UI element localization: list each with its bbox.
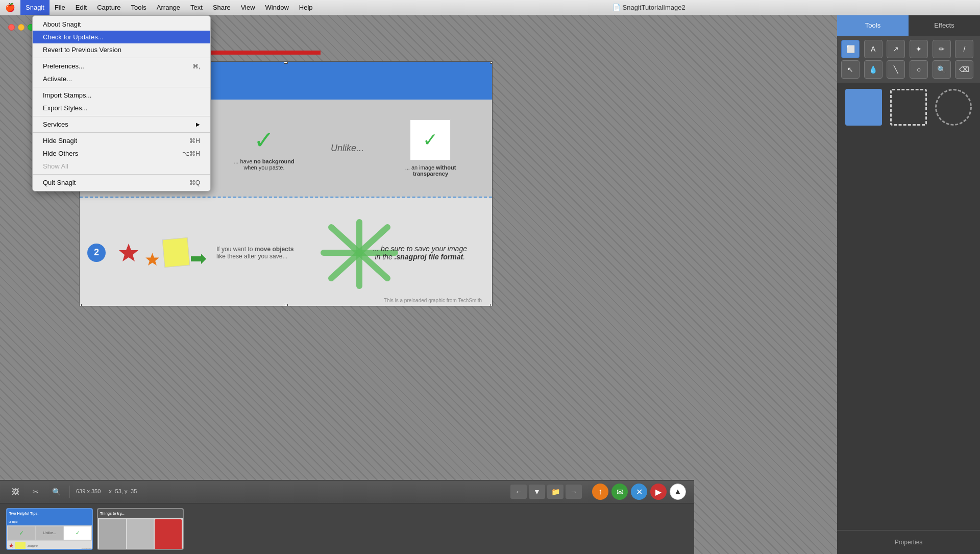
image-coords: x -53, y -35: [109, 488, 137, 495]
tab-effects[interactable]: Effects: [909, 15, 980, 36]
separator-2: [33, 87, 210, 87]
shape-dashed-oval[interactable]: [933, 87, 974, 128]
tool-erase[interactable]: ⌫: [955, 60, 973, 79]
share-youtube[interactable]: ▶: [650, 484, 667, 500]
svg-line-13: [331, 227, 359, 253]
menubar-item-capture[interactable]: Capture: [92, 0, 126, 15]
share-more[interactable]: ▲: [670, 484, 686, 500]
share-export[interactable]: ✕: [631, 484, 647, 500]
objects-illustration: [116, 238, 206, 267]
crop-icon[interactable]: ✂: [29, 485, 43, 499]
dropdown-item-services[interactable]: Services ▶: [33, 118, 210, 131]
tool-pen[interactable]: ✏: [933, 40, 951, 58]
separator-1: [33, 58, 210, 58]
nav-forward[interactable]: →: [566, 485, 582, 499]
properties-section: Properties: [837, 530, 980, 554]
image-icon[interactable]: 🖼: [8, 485, 22, 499]
menubar-item-window[interactable]: Window: [260, 0, 294, 15]
menubar-item-text[interactable]: Text: [185, 0, 208, 15]
zoom-icon[interactable]: 🔍: [49, 485, 63, 499]
separator-1: [69, 486, 70, 498]
tool-oval[interactable]: ○: [910, 60, 928, 79]
tool-pointer[interactable]: ↖: [841, 60, 860, 79]
menubar-item-view[interactable]: View: [236, 0, 260, 15]
minimize-button[interactable]: [18, 24, 24, 31]
menubar: 🍎 Snagit File Edit Capture Tools Arrange…: [0, 0, 980, 15]
dropdown-item-hide-others[interactable]: Hide Others ⌥⌘H: [33, 147, 210, 160]
dropdown-item-export-styles[interactable]: Export Styles...: [33, 102, 210, 114]
bottom-toolbar: 🖼 ✂ 🔍 639 x 350 x -53, y -35 ← ▼ 📁 → ↑ ✉…: [0, 480, 694, 503]
dropdown-item-revert[interactable]: Revert to Previous Version: [33, 43, 210, 56]
tool-fill[interactable]: 💧: [864, 60, 883, 79]
dropdown-item-import-stamps[interactable]: Import Stamps...: [33, 89, 210, 102]
dropdown-menu: About Snagit Check for Updates... Revert…: [32, 15, 211, 191]
menubar-item-share[interactable]: Share: [208, 0, 236, 15]
dropdown-item-hide-snagit[interactable]: Hide Snagit ⌘H: [33, 134, 210, 147]
menubar-item-tools[interactable]: Tools: [126, 0, 151, 15]
shapes-row: [837, 83, 980, 132]
tool-selection-rect[interactable]: ⬜: [841, 40, 860, 58]
image-size: 639 x 350: [76, 488, 101, 495]
nav-dropdown[interactable]: ▼: [529, 485, 545, 499]
thumbnail-1[interactable]: Two Helpful Tips: ul Tips: ✓ Unlike... ✓: [6, 508, 93, 550]
separator-5: [33, 174, 210, 175]
menubar-item-arrange[interactable]: Arrange: [152, 0, 185, 15]
thumbnail-2[interactable]: Things to try...: [97, 508, 184, 550]
nav-back[interactable]: ←: [510, 485, 527, 499]
tools-panel: Tools Effects ⬜ A ↗ ✦ ✏ / ↖ 💧 ╲ ○ 🔍 ⌫: [837, 15, 980, 554]
step-number: 2: [87, 244, 106, 262]
dropdown-item-about[interactable]: About Snagit: [33, 18, 210, 31]
tool-text[interactable]: A: [864, 40, 883, 58]
svg-marker-5: [191, 254, 206, 264]
separator-4: [33, 132, 210, 133]
tool-line[interactable]: /: [955, 40, 973, 58]
svg-line-11: [331, 253, 359, 278]
share-email[interactable]: ✉: [611, 484, 628, 500]
checkmark-box: ✓: [410, 119, 451, 160]
menubar-item-help[interactable]: Help: [294, 0, 318, 15]
tool-stamp[interactable]: ✦: [910, 40, 928, 58]
dropdown-item-check-updates[interactable]: Check for Updates...: [33, 31, 210, 43]
selection-handle-tr[interactable]: [490, 61, 493, 64]
share-upload[interactable]: ↑: [592, 484, 608, 500]
watermark-text: This is a preloaded graphic from TechSmi…: [384, 298, 482, 303]
menubar-item-edit[interactable]: Edit: [70, 0, 92, 15]
thumbnails-strip: Two Helpful Tips: ul Tips: ✓ Unlike... ✓: [0, 503, 694, 554]
separator-3: [33, 116, 210, 116]
selection-handle-tc[interactable]: [284, 61, 288, 64]
shape-dashed-rect[interactable]: [888, 87, 929, 128]
menubar-item-snagit[interactable]: Snagit: [20, 0, 50, 15]
tool-magnify[interactable]: 🔍: [933, 60, 951, 79]
close-button[interactable]: [8, 24, 15, 31]
nav-icons: ← ▼ 📁 →: [510, 485, 582, 499]
tools-tabs: Tools Effects: [837, 15, 980, 36]
properties-label: Properties: [841, 535, 976, 550]
checkmark-1: ✓: [254, 126, 274, 154]
menubar-item-file[interactable]: File: [50, 0, 70, 15]
nav-folder[interactable]: 📁: [547, 485, 564, 499]
share-icons: ↑ ✉ ✕ ▶ ▲: [592, 484, 686, 500]
tool-arrow[interactable]: ↗: [887, 40, 905, 58]
tab-tools[interactable]: Tools: [837, 15, 909, 36]
tool-diagonal[interactable]: ╲: [887, 60, 905, 79]
tools-grid: ⬜ A ↗ ✦ ✏ / ↖ 💧 ╲ ○ 🔍 ⌫: [837, 36, 980, 83]
submenu-arrow-icon: ▶: [196, 122, 200, 127]
shape-solid-rect[interactable]: [843, 87, 884, 128]
dropdown-item-quit[interactable]: Quit Snagit ⌘Q: [33, 176, 210, 189]
apple-menu-icon[interactable]: 🍎: [0, 3, 20, 12]
save-format-section: ... be sure to save your imagein the .sn…: [356, 245, 485, 261]
window-title: 📄 SnagitTutorialImage2: [318, 4, 980, 11]
dropdown-item-activate[interactable]: Activate...: [33, 73, 210, 85]
svg-marker-4: [145, 253, 159, 266]
dropdown-item-preferences[interactable]: Preferences... ⌘,: [33, 60, 210, 73]
svg-marker-3: [119, 244, 138, 261]
dashed-divider: [80, 197, 492, 198]
dropdown-item-show-all: Show All: [33, 160, 210, 173]
